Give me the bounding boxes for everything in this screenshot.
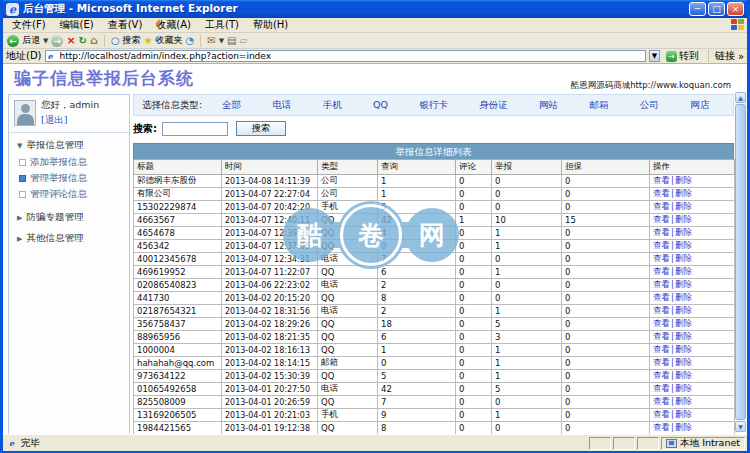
view-link[interactable]: 查看 bbox=[653, 201, 670, 211]
view-link[interactable]: 查看 bbox=[653, 331, 670, 341]
sidebar-section-其他信息管理[interactable]: ▶其他信息管理 bbox=[9, 226, 129, 247]
filter-option-公司[interactable]: 公司 bbox=[640, 99, 659, 112]
filter-option-网站[interactable]: 网站 bbox=[539, 99, 558, 112]
delete-link[interactable]: 删除 bbox=[675, 305, 692, 315]
stop-icon[interactable]: × bbox=[66, 34, 75, 47]
go-button[interactable]: → 转到 bbox=[663, 49, 702, 63]
delete-link[interactable]: 删除 bbox=[675, 227, 692, 237]
view-link[interactable]: 查看 bbox=[653, 318, 670, 328]
filter-option-邮箱[interactable]: 邮箱 bbox=[589, 99, 608, 112]
print-icon[interactable]: ▤ bbox=[227, 35, 236, 46]
cell-time: 2013-04-07 12:40:11 bbox=[222, 214, 318, 227]
menu-favorites[interactable]: 收藏(A) bbox=[149, 18, 198, 32]
delete-link[interactable]: 删除 bbox=[675, 370, 692, 380]
view-link[interactable]: 查看 bbox=[653, 279, 670, 289]
view-link[interactable]: 查看 bbox=[653, 188, 670, 198]
action-separator: | bbox=[671, 188, 674, 198]
address-url[interactable]: http://localhost/admin/index.php?action=… bbox=[60, 51, 272, 61]
sidebar-section-防骗专题管理[interactable]: ▶防骗专题管理 bbox=[9, 205, 129, 226]
content-scrollbar[interactable]: ▲ ▼ bbox=[735, 92, 746, 432]
delete-link[interactable]: 删除 bbox=[675, 292, 692, 302]
delete-link[interactable]: 删除 bbox=[675, 253, 692, 263]
search-input[interactable] bbox=[162, 122, 228, 136]
filter-option-手机[interactable]: 手机 bbox=[323, 99, 342, 112]
scroll-down-icon[interactable]: ▼ bbox=[735, 421, 746, 432]
filter-option-电话[interactable]: 电话 bbox=[272, 99, 291, 112]
sidebar-item-添加举报信息[interactable]: 添加举报信息 bbox=[19, 156, 129, 169]
refresh-icon[interactable]: ↻ bbox=[79, 35, 87, 46]
close-button[interactable]: × bbox=[727, 2, 744, 16]
links-more-icon[interactable]: » bbox=[738, 51, 744, 62]
delete-link[interactable]: 删除 bbox=[675, 240, 692, 250]
view-link[interactable]: 查看 bbox=[653, 292, 670, 302]
view-link[interactable]: 查看 bbox=[653, 227, 670, 237]
menu-tools[interactable]: 工具(T) bbox=[198, 18, 246, 32]
delete-link[interactable]: 删除 bbox=[675, 214, 692, 224]
delete-link[interactable]: 删除 bbox=[675, 318, 692, 328]
sidebar-item-管理评论信息[interactable]: 管理评论信息 bbox=[19, 188, 129, 201]
view-link[interactable]: 查看 bbox=[653, 409, 670, 419]
view-link[interactable]: 查看 bbox=[653, 253, 670, 263]
links-label[interactable]: 链接 bbox=[715, 49, 735, 63]
delete-link[interactable]: 删除 bbox=[675, 396, 692, 406]
view-link[interactable]: 查看 bbox=[653, 305, 670, 315]
delete-link[interactable]: 删除 bbox=[675, 344, 692, 354]
table-row: 46546782013-04-07 12:39:38QQ4010查看|删除 bbox=[134, 227, 735, 240]
filter-option-QQ[interactable]: QQ bbox=[373, 99, 388, 112]
scroll-up-icon[interactable]: ▲ bbox=[735, 92, 746, 103]
edit-icon[interactable]: ▱ bbox=[240, 35, 248, 46]
favorites-icon[interactable]: ★ bbox=[144, 35, 153, 46]
filter-option-网店[interactable]: 网店 bbox=[690, 99, 709, 112]
search-button[interactable]: 搜索 bbox=[236, 121, 286, 136]
delete-link[interactable]: 删除 bbox=[675, 422, 692, 432]
sidebar-section-举报信息管理[interactable]: ▼举报信息管理 bbox=[9, 133, 129, 154]
address-input[interactable]: e http://localhost/admin/index.php?actio… bbox=[45, 50, 646, 62]
mail-icon[interactable]: ✉ bbox=[207, 35, 215, 46]
delete-link[interactable]: 删除 bbox=[675, 331, 692, 341]
cell-actions: 查看|删除 bbox=[650, 357, 735, 370]
filter-option-身份证[interactable]: 身份证 bbox=[479, 99, 508, 112]
view-link[interactable]: 查看 bbox=[653, 383, 670, 393]
delete-link[interactable]: 删除 bbox=[675, 357, 692, 367]
view-link[interactable]: 查看 bbox=[653, 240, 670, 250]
menu-help[interactable]: 帮助(H) bbox=[246, 18, 295, 32]
view-link[interactable]: 查看 bbox=[653, 357, 670, 367]
menu-file[interactable]: 文件(F) bbox=[5, 18, 53, 32]
view-link[interactable]: 查看 bbox=[653, 175, 670, 185]
menu-edit[interactable]: 编辑(E) bbox=[53, 18, 101, 32]
menu-view[interactable]: 查看(V) bbox=[101, 18, 150, 32]
filter-option-全部[interactable]: 全部 bbox=[222, 99, 241, 112]
view-link[interactable]: 查看 bbox=[653, 370, 670, 380]
delete-link[interactable]: 删除 bbox=[675, 175, 692, 185]
cell-report: 1 bbox=[492, 357, 562, 370]
delete-link[interactable]: 删除 bbox=[675, 383, 692, 393]
back-button-label[interactable]: 后退 bbox=[22, 34, 40, 47]
search-button-label[interactable]: 搜索 bbox=[123, 34, 141, 47]
minimize-button[interactable]: ─ bbox=[689, 2, 706, 16]
delete-link[interactable]: 删除 bbox=[675, 279, 692, 289]
address-dropdown-icon[interactable]: ▼ bbox=[649, 50, 660, 62]
view-link[interactable]: 查看 bbox=[653, 266, 670, 276]
maximize-button[interactable]: □ bbox=[708, 2, 725, 16]
history-icon[interactable]: ◔ bbox=[186, 35, 195, 46]
back-icon[interactable]: ← bbox=[7, 35, 19, 47]
view-link[interactable]: 查看 bbox=[653, 396, 670, 406]
back-dropdown-icon[interactable]: ▼ bbox=[43, 37, 48, 45]
scrollbar-thumb[interactable] bbox=[735, 104, 746, 420]
view-link[interactable]: 查看 bbox=[653, 344, 670, 354]
delete-link[interactable]: 删除 bbox=[675, 409, 692, 419]
filter-option-银行卡[interactable]: 银行卡 bbox=[419, 99, 448, 112]
home-icon[interactable]: ⌂ bbox=[90, 34, 98, 47]
cell-time: 2013-04-02 18:16:13 bbox=[222, 344, 318, 357]
delete-link[interactable]: 删除 bbox=[675, 201, 692, 211]
forward-icon[interactable]: → bbox=[51, 35, 63, 47]
delete-link[interactable]: 删除 bbox=[675, 188, 692, 198]
view-link[interactable]: 查看 bbox=[653, 422, 670, 432]
logout-link[interactable]: [退出] bbox=[41, 114, 99, 127]
view-link[interactable]: 查看 bbox=[653, 214, 670, 224]
sidebar-item-管理举报信息[interactable]: 管理举报信息 bbox=[19, 172, 129, 185]
favorites-button-label[interactable]: 收藏夹 bbox=[156, 34, 183, 47]
search-icon[interactable]: ○ bbox=[111, 35, 120, 46]
delete-link[interactable]: 删除 bbox=[675, 266, 692, 276]
mail-dropdown-icon[interactable]: ▼ bbox=[219, 37, 224, 45]
